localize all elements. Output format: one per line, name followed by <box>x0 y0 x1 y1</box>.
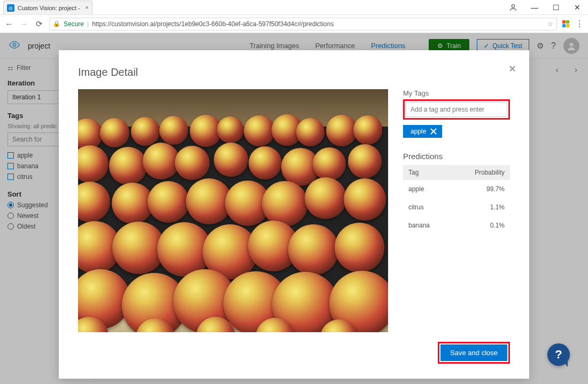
tab-close-icon[interactable]: × <box>85 4 88 11</box>
nav-forward-icon[interactable]: → <box>19 19 29 28</box>
remove-tag-icon[interactable] <box>430 128 437 135</box>
predictions-heading: Predictions <box>403 152 510 161</box>
url-text: https://customvision.ai/projects/1eb9e0c… <box>92 20 334 28</box>
chrome-account-icon[interactable] <box>502 3 524 12</box>
modal-title: Image Detail <box>78 66 510 79</box>
tag-input[interactable] <box>406 102 507 117</box>
bookmark-star-icon[interactable]: ☆ <box>547 20 553 28</box>
browser-titlebar: ◎ Custom Vision: project - × — ☐ ✕ <box>0 0 588 15</box>
browser-addressbar: ← → ⟳ 🔒 Secure | https://customvision.ai… <box>0 15 588 33</box>
browser-tab[interactable]: ◎ Custom Vision: project - × <box>3 1 92 14</box>
tab-title: Custom Vision: project - <box>18 5 80 11</box>
windows-logo-icon[interactable] <box>562 20 570 28</box>
modal-overlay: Image Detail ✕ /* placeholder for decora… <box>0 33 588 384</box>
prediction-row: apple99.7% <box>403 180 510 198</box>
save-button-highlight: Save and close <box>438 342 510 364</box>
tag-chip-apple[interactable]: apple <box>403 125 442 138</box>
chrome-menu-icon[interactable]: ⋮ <box>575 19 584 29</box>
secure-label: Secure <box>64 20 84 28</box>
tag-input-highlight <box>403 99 510 120</box>
my-tags-label: My Tags <box>403 89 510 97</box>
predictions-header-row: Tag Probability <box>403 165 510 180</box>
prediction-row: banana0.1% <box>403 216 510 234</box>
window-maximize-icon[interactable]: ☐ <box>545 0 567 15</box>
image-detail-modal: Image Detail ✕ /* placeholder for decora… <box>59 50 529 379</box>
window-close-icon[interactable]: ✕ <box>567 0 588 15</box>
url-field[interactable]: 🔒 Secure | https://customvision.ai/proje… <box>49 18 557 30</box>
svg-point-0 <box>512 5 514 7</box>
lock-icon: 🔒 <box>53 20 60 27</box>
nav-reload-icon[interactable]: ⟳ <box>34 19 44 29</box>
modal-close-button[interactable]: ✕ <box>508 63 516 75</box>
nav-back-icon[interactable]: ← <box>4 19 14 28</box>
floating-help-button[interactable]: ? <box>547 343 570 366</box>
favicon-icon: ◎ <box>7 4 14 12</box>
window-minimize-icon[interactable]: — <box>524 0 545 15</box>
save-and-close-button[interactable]: Save and close <box>440 344 507 361</box>
prediction-row: citrus1.1% <box>403 198 510 216</box>
image-preview: /* placeholder for decorative apples gen… <box>78 89 388 332</box>
